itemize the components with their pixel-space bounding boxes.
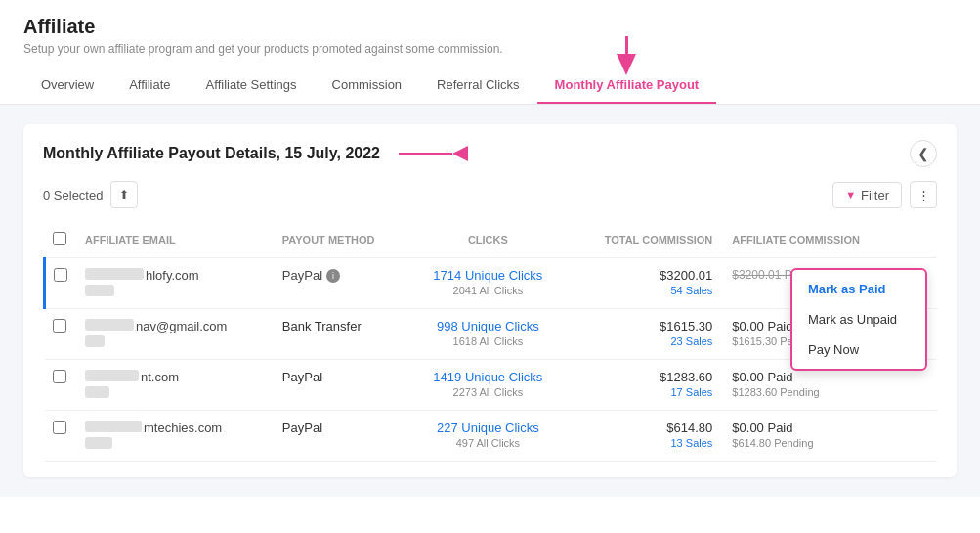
card-title: Monthly Affiliate Payout Details, 15 Jul… [43, 145, 380, 161]
tab-commission[interactable]: Commission [315, 67, 420, 104]
clicks-cell-3: 1419 Unique Clicks 2273 All Clicks [409, 360, 567, 411]
dropdown-menu: Mark as Paid Mark as Unpaid Pay Now [790, 268, 927, 371]
commission-cell-1: $3200.01 54 Sales [567, 258, 722, 309]
table-row: mtechies.com PayPal 227 Unique Clicks [45, 411, 938, 462]
back-icon: ❮ [917, 146, 929, 161]
col-header-method: Payout Method [273, 222, 409, 258]
page-title: Affiliate [23, 16, 957, 38]
email-cell-4: mtechies.com [75, 411, 273, 462]
more-button[interactable]: ⋮ [910, 181, 937, 208]
aff-commission-cell-1: $3200.01 Paid Mark as Paid [722, 258, 937, 309]
method-cell-3: PayPal [273, 360, 409, 411]
tab-arrow-annotation [617, 36, 636, 75]
export-icon: ⬆ [119, 188, 129, 201]
info-icon-1[interactable]: i [326, 269, 340, 283]
col-header-clicks: Clicks [409, 222, 567, 258]
commission-cell-2: $1615.30 23 Sales [567, 309, 722, 360]
method-cell-4: PayPal [273, 411, 409, 462]
col-header-total-commission: Total Commission [567, 222, 722, 258]
back-button[interactable]: ❮ [910, 140, 937, 167]
tab-overview[interactable]: Overview [23, 67, 111, 104]
row-checkbox-4[interactable] [53, 421, 66, 434]
dropdown-item-mark-paid[interactable]: Mark as Paid [792, 274, 925, 304]
email-cell-3: nt.com [75, 360, 273, 411]
clicks-cell-4: 227 Unique Clicks 497 All Clicks [409, 411, 567, 462]
selected-count: 0 Selected [43, 188, 103, 202]
tab-affiliate-settings[interactable]: Affiliate Settings [189, 67, 315, 104]
row-checkbox-2[interactable] [53, 319, 66, 333]
email-cell-1: hlofy.com [75, 258, 273, 309]
tab-monthly-affiliate-payout[interactable]: Monthly Affiliate Payout [537, 67, 717, 104]
filter-button[interactable]: ▼ Filter [832, 182, 902, 208]
method-cell-2: Bank Transfer [273, 309, 409, 360]
more-icon: ⋮ [917, 188, 930, 202]
table-row: hlofy.com PayPal i [45, 258, 938, 309]
email-cell-2: nav@gmail.com [75, 309, 273, 360]
clicks-cell-1: 1714 Unique Clicks 2041 All Clicks [409, 258, 567, 309]
tab-affiliate[interactable]: Affiliate [111, 67, 188, 104]
toolbar: 0 Selected ⬆ ▼ Filter ⋮ [43, 181, 937, 208]
filter-icon: ▼ [845, 189, 856, 200]
title-arrow-annotation [399, 146, 468, 161]
method-cell-1: PayPal i [273, 258, 409, 309]
page-subtitle: Setup your own affiliate program and get… [23, 42, 957, 56]
col-header-affiliate-commission: Affiliate Commission [722, 222, 937, 258]
commission-cell-4: $614.80 13 Sales [567, 411, 722, 462]
dropdown-item-pay-now[interactable]: Pay Now [792, 334, 925, 365]
tab-referral-clicks[interactable]: Referral Clicks [419, 67, 537, 104]
row-checkbox-3[interactable] [53, 370, 66, 383]
export-button[interactable]: ⬆ [110, 181, 138, 208]
select-all-checkbox[interactable] [53, 232, 66, 245]
col-header-email: Affiliate Email [75, 222, 273, 258]
clicks-cell-2: 998 Unique Clicks 1618 All Clicks [409, 309, 567, 360]
aff-commission-cell-4: $0.00 Paid $614.80 Pending [722, 411, 937, 462]
dropdown-item-mark-unpaid[interactable]: Mark as Unpaid [792, 304, 925, 334]
commission-cell-3: $1283.60 17 Sales [567, 360, 722, 411]
nav-tabs: Overview Affiliate Affiliate Settings Co… [23, 67, 957, 104]
row-checkbox-1[interactable] [54, 268, 67, 282]
